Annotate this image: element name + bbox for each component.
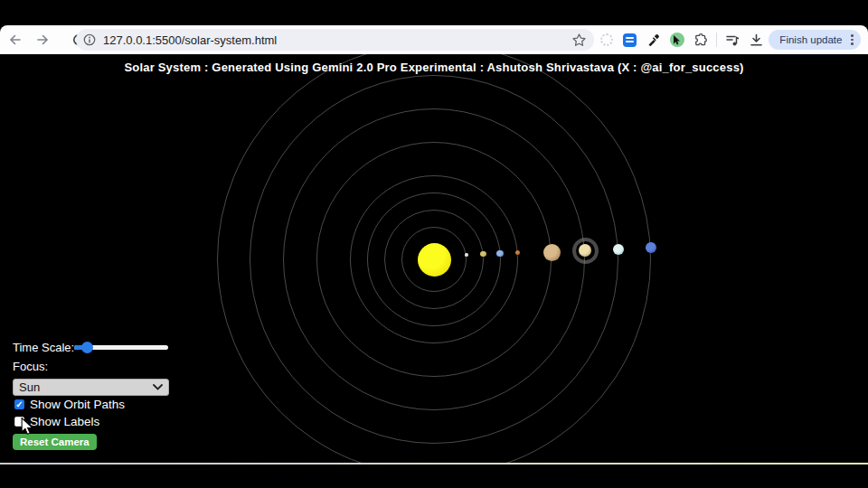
show-orbit-paths-checkbox[interactable]: ✓ (14, 399, 24, 409)
autoclick-extension-icon[interactable] (669, 33, 684, 48)
time-scale-slider-thumb[interactable] (81, 342, 93, 353)
back-icon (8, 33, 23, 47)
extension-faint-icon[interactable] (599, 33, 614, 48)
finish-update-button[interactable]: Finish update (769, 30, 861, 50)
focus-label: Focus: (13, 360, 48, 373)
orbit-paths-row: ✓ Show Orbit Paths (14, 398, 125, 411)
back-button[interactable] (4, 28, 27, 52)
extensions-area (599, 25, 790, 54)
forward-button[interactable] (31, 28, 54, 52)
forward-icon (35, 33, 50, 47)
time-scale-slider[interactable] (74, 345, 168, 350)
eyedropper-extension-icon[interactable] (646, 33, 661, 48)
bookmark-star-icon[interactable] (571, 33, 587, 48)
browser-menu-icon[interactable] (849, 33, 855, 47)
address-bar[interactable]: 127.0.0.1:5500/solar-system.html (76, 29, 594, 51)
focus-dropdown[interactable]: Sun (13, 379, 169, 396)
browser-toolbar: 127.0.0.1:5500/solar-system.html Finish … (0, 25, 868, 54)
chevron-down-icon (153, 384, 163, 390)
solar-system-canvas[interactable]: Solar System : Generated Using Gemini 2.… (0, 54, 868, 464)
media-controls-icon[interactable] (725, 33, 741, 48)
extension-blue-icon[interactable] (622, 33, 637, 48)
url-text[interactable]: 127.0.0.1:5500/solar-system.html (103, 33, 571, 47)
check-icon: ✓ (15, 400, 23, 409)
time-scale-label: Time Scale: (13, 341, 74, 354)
downloads-icon[interactable] (749, 33, 764, 48)
finish-update-label: Finish update (779, 34, 842, 45)
show-labels-label: Show Labels (30, 415, 99, 428)
simulation-controls: Time Scale: Focus: Sun ✓ Show Orbit Path… (0, 54, 868, 464)
show-orbit-paths-label: Show Orbit Paths (30, 398, 125, 411)
site-info-icon[interactable] (83, 33, 96, 46)
extensions-puzzle-icon[interactable] (693, 33, 708, 48)
toolbar-separator (716, 33, 717, 47)
mouse-cursor (20, 418, 34, 436)
focus-selected-value: Sun (19, 380, 153, 394)
reset-camera-button[interactable]: Reset Camera (13, 434, 97, 450)
